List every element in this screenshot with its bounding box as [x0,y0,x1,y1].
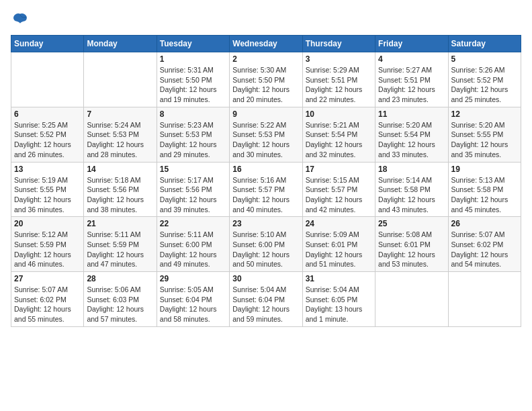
calendar-header-tuesday: Tuesday [157,36,229,52]
day-info: Sunrise: 5:29 AMSunset: 5:51 PMDaylight:… [306,65,372,105]
calendar-cell: 13Sunrise: 5:19 AMSunset: 5:55 PMDayligh… [11,162,84,217]
calendar-cell: 22Sunrise: 5:11 AMSunset: 6:00 PMDayligh… [157,217,229,272]
calendar-week-row: 20Sunrise: 5:12 AMSunset: 5:59 PMDayligh… [11,217,521,272]
day-number: 5 [451,54,518,64]
day-number: 31 [306,274,372,283]
day-info: Sunrise: 5:11 AMSunset: 5:59 PMDaylight:… [87,230,153,269]
calendar-cell: 20Sunrise: 5:12 AMSunset: 5:59 PMDayligh… [11,217,84,272]
day-number: 2 [232,54,299,64]
day-info: Sunrise: 5:14 AMSunset: 5:58 PMDaylight:… [378,175,445,215]
calendar-cell [375,272,448,327]
day-number: 18 [378,165,445,174]
page-header [11,11,521,30]
day-info: Sunrise: 5:06 AMSunset: 6:03 PMDaylight:… [87,285,153,324]
day-number: 26 [451,219,518,228]
day-info: Sunrise: 5:30 AMSunset: 5:50 PMDaylight:… [232,65,299,105]
day-info: Sunrise: 5:15 AMSunset: 5:57 PMDaylight:… [306,175,372,215]
day-number: 20 [14,219,81,228]
day-info: Sunrise: 5:11 AMSunset: 6:00 PMDaylight:… [160,230,226,269]
calendar-cell: 7Sunrise: 5:24 AMSunset: 5:53 PMDaylight… [84,107,157,162]
day-info: Sunrise: 5:19 AMSunset: 5:55 PMDaylight:… [14,175,81,215]
day-number: 24 [306,219,372,228]
calendar-cell: 30Sunrise: 5:04 AMSunset: 6:04 PMDayligh… [230,272,302,327]
day-info: Sunrise: 5:21 AMSunset: 5:54 PMDaylight:… [306,120,372,160]
day-info: Sunrise: 5:25 AMSunset: 5:52 PMDaylight:… [14,120,81,160]
day-info: Sunrise: 5:08 AMSunset: 6:01 PMDaylight:… [378,230,445,269]
calendar-week-row: 6Sunrise: 5:25 AMSunset: 5:52 PMDaylight… [11,107,521,162]
day-number: 9 [232,109,299,119]
calendar-header-wednesday: Wednesday [230,36,302,52]
calendar-header-saturday: Saturday [448,36,521,52]
calendar-cell: 5Sunrise: 5:26 AMSunset: 5:52 PMDaylight… [448,52,521,107]
day-number: 7 [87,109,153,119]
day-number: 22 [160,219,226,228]
day-number: 25 [378,219,445,228]
day-number: 4 [378,54,445,64]
calendar-cell: 25Sunrise: 5:08 AMSunset: 6:01 PMDayligh… [375,217,448,272]
calendar-cell: 12Sunrise: 5:20 AMSunset: 5:55 PMDayligh… [448,107,521,162]
calendar-cell: 27Sunrise: 5:07 AMSunset: 6:02 PMDayligh… [11,272,84,327]
calendar-cell: 3Sunrise: 5:29 AMSunset: 5:51 PMDaylight… [302,52,375,107]
day-number: 12 [451,109,518,119]
calendar-cell: 15Sunrise: 5:17 AMSunset: 5:56 PMDayligh… [157,162,229,217]
day-info: Sunrise: 5:13 AMSunset: 5:58 PMDaylight:… [451,175,518,215]
calendar-cell: 19Sunrise: 5:13 AMSunset: 5:58 PMDayligh… [448,162,521,217]
calendar-cell: 10Sunrise: 5:21 AMSunset: 5:54 PMDayligh… [302,107,375,162]
day-number: 30 [232,274,299,283]
day-info: Sunrise: 5:07 AMSunset: 6:02 PMDaylight:… [14,285,81,324]
day-info: Sunrise: 5:17 AMSunset: 5:56 PMDaylight:… [160,175,226,215]
calendar-cell [448,272,521,327]
day-info: Sunrise: 5:23 AMSunset: 5:53 PMDaylight:… [160,120,226,160]
day-info: Sunrise: 5:24 AMSunset: 5:53 PMDaylight:… [87,120,153,160]
day-number: 23 [232,219,299,228]
day-number: 10 [306,109,372,119]
day-number: 27 [14,274,81,283]
day-info: Sunrise: 5:12 AMSunset: 5:59 PMDaylight:… [14,230,81,269]
calendar-header-row: SundayMondayTuesdayWednesdayThursdayFrid… [11,36,521,52]
day-number: 21 [87,219,153,228]
calendar-cell: 26Sunrise: 5:07 AMSunset: 6:02 PMDayligh… [448,217,521,272]
calendar-cell: 28Sunrise: 5:06 AMSunset: 6:03 PMDayligh… [84,272,157,327]
calendar-cell: 21Sunrise: 5:11 AMSunset: 5:59 PMDayligh… [84,217,157,272]
day-number: 19 [451,165,518,174]
day-number: 17 [306,165,372,174]
day-info: Sunrise: 5:07 AMSunset: 6:02 PMDaylight:… [451,230,518,269]
day-number: 11 [378,109,445,119]
logo [11,11,32,30]
day-info: Sunrise: 5:16 AMSunset: 5:57 PMDaylight:… [232,175,299,215]
day-number: 28 [87,274,153,283]
day-number: 15 [160,165,226,174]
day-info: Sunrise: 5:27 AMSunset: 5:51 PMDaylight:… [378,65,445,105]
day-number: 6 [14,109,81,119]
calendar-cell [11,52,84,107]
calendar-cell: 18Sunrise: 5:14 AMSunset: 5:58 PMDayligh… [375,162,448,217]
logo-bird-icon [11,11,30,30]
day-info: Sunrise: 5:31 AMSunset: 5:50 PMDaylight:… [160,65,226,105]
calendar-header-monday: Monday [84,36,157,52]
calendar-cell: 8Sunrise: 5:23 AMSunset: 5:53 PMDaylight… [157,107,229,162]
calendar-table: SundayMondayTuesdayWednesdayThursdayFrid… [11,35,521,327]
day-info: Sunrise: 5:20 AMSunset: 5:55 PMDaylight:… [451,120,518,160]
calendar-cell: 6Sunrise: 5:25 AMSunset: 5:52 PMDaylight… [11,107,84,162]
calendar-cell: 24Sunrise: 5:09 AMSunset: 6:01 PMDayligh… [302,217,375,272]
calendar-cell: 4Sunrise: 5:27 AMSunset: 5:51 PMDaylight… [375,52,448,107]
day-number: 14 [87,165,153,174]
calendar-week-row: 1Sunrise: 5:31 AMSunset: 5:50 PMDaylight… [11,52,521,107]
calendar-header-thursday: Thursday [302,36,375,52]
calendar-cell: 14Sunrise: 5:18 AMSunset: 5:56 PMDayligh… [84,162,157,217]
calendar-cell: 2Sunrise: 5:30 AMSunset: 5:50 PMDaylight… [230,52,302,107]
calendar-cell: 23Sunrise: 5:10 AMSunset: 6:00 PMDayligh… [230,217,302,272]
day-info: Sunrise: 5:20 AMSunset: 5:54 PMDaylight:… [378,120,445,160]
calendar-week-row: 27Sunrise: 5:07 AMSunset: 6:02 PMDayligh… [11,272,521,327]
day-info: Sunrise: 5:09 AMSunset: 6:01 PMDaylight:… [306,230,372,269]
day-number: 29 [160,274,226,283]
calendar-cell: 1Sunrise: 5:31 AMSunset: 5:50 PMDaylight… [157,52,229,107]
calendar-cell: 16Sunrise: 5:16 AMSunset: 5:57 PMDayligh… [230,162,302,217]
day-number: 3 [306,54,372,64]
calendar-cell: 11Sunrise: 5:20 AMSunset: 5:54 PMDayligh… [375,107,448,162]
day-info: Sunrise: 5:04 AMSunset: 6:05 PMDaylight:… [306,285,372,324]
day-number: 1 [160,54,226,64]
calendar-cell [84,52,157,107]
day-number: 16 [232,165,299,174]
calendar-header-sunday: Sunday [11,36,84,52]
